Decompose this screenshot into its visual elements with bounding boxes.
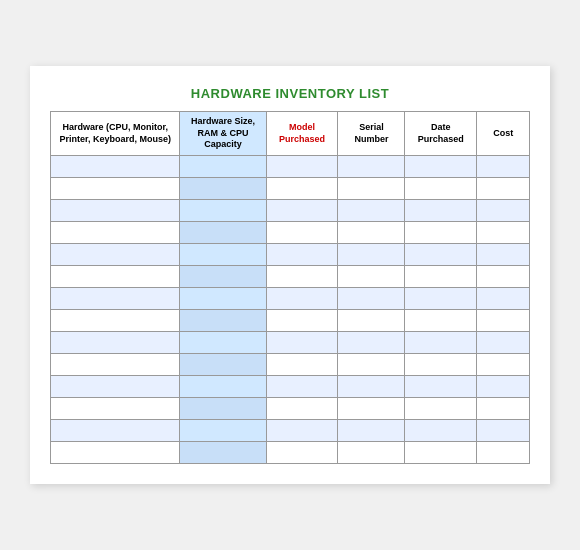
table-cell[interactable] [338,420,405,442]
table-cell[interactable] [338,442,405,464]
table-cell[interactable] [338,244,405,266]
table-body [51,156,530,464]
table-cell[interactable] [266,442,338,464]
table-cell[interactable] [51,310,180,332]
inventory-page: HARDWARE INVENTORY LIST Hardware (CPU, M… [30,66,550,484]
table-cell[interactable] [477,442,530,464]
table-cell[interactable] [338,376,405,398]
table-cell[interactable] [477,420,530,442]
header-hardware: Hardware (CPU, Monitor,Printer, Keyboard… [51,111,180,155]
header-size: Hardware Size,RAM & CPUCapacity [180,111,266,155]
table-cell[interactable] [180,200,266,222]
table-cell[interactable] [477,222,530,244]
table-cell[interactable] [51,200,180,222]
table-cell[interactable] [180,442,266,464]
table-row [51,244,530,266]
table-row [51,156,530,178]
table-cell[interactable] [405,266,477,288]
table-cell[interactable] [266,354,338,376]
table-cell[interactable] [338,266,405,288]
table-cell[interactable] [338,222,405,244]
page-title: HARDWARE INVENTORY LIST [50,86,530,101]
table-row [51,442,530,464]
table-cell[interactable] [477,288,530,310]
table-cell[interactable] [266,332,338,354]
table-cell[interactable] [266,288,338,310]
table-cell[interactable] [477,332,530,354]
table-cell[interactable] [51,244,180,266]
table-cell[interactable] [51,288,180,310]
table-cell[interactable] [266,178,338,200]
table-cell[interactable] [477,310,530,332]
table-row [51,420,530,442]
table-cell[interactable] [180,156,266,178]
table-cell[interactable] [180,288,266,310]
table-cell[interactable] [477,266,530,288]
table-cell[interactable] [180,398,266,420]
table-cell[interactable] [266,222,338,244]
table-cell[interactable] [477,398,530,420]
table-cell[interactable] [51,376,180,398]
table-cell[interactable] [405,178,477,200]
table-cell[interactable] [180,376,266,398]
table-cell[interactable] [180,420,266,442]
table-cell[interactable] [338,310,405,332]
table-cell[interactable] [180,266,266,288]
table-cell[interactable] [338,178,405,200]
table-cell[interactable] [266,376,338,398]
table-cell[interactable] [405,442,477,464]
table-cell[interactable] [405,398,477,420]
table-cell[interactable] [51,398,180,420]
table-cell[interactable] [338,398,405,420]
table-cell[interactable] [338,288,405,310]
table-cell[interactable] [180,178,266,200]
table-cell[interactable] [51,266,180,288]
table-cell[interactable] [338,354,405,376]
table-cell[interactable] [338,156,405,178]
table-row [51,178,530,200]
table-cell[interactable] [405,222,477,244]
table-cell[interactable] [180,354,266,376]
table-cell[interactable] [338,332,405,354]
table-row [51,200,530,222]
table-cell[interactable] [51,420,180,442]
table-cell[interactable] [477,354,530,376]
table-cell[interactable] [180,244,266,266]
table-cell[interactable] [51,222,180,244]
header-serial: SerialNumber [338,111,405,155]
table-cell[interactable] [477,178,530,200]
table-row [51,222,530,244]
table-cell[interactable] [51,354,180,376]
table-cell[interactable] [51,178,180,200]
table-cell[interactable] [266,156,338,178]
table-cell[interactable] [477,156,530,178]
table-cell[interactable] [51,332,180,354]
table-cell[interactable] [266,266,338,288]
table-cell[interactable] [405,288,477,310]
table-cell[interactable] [266,310,338,332]
table-cell[interactable] [266,200,338,222]
table-cell[interactable] [405,244,477,266]
table-cell[interactable] [180,332,266,354]
table-cell[interactable] [180,310,266,332]
table-header-row: Hardware (CPU, Monitor,Printer, Keyboard… [51,111,530,155]
table-cell[interactable] [266,244,338,266]
table-cell[interactable] [405,420,477,442]
table-cell[interactable] [477,376,530,398]
table-cell[interactable] [477,244,530,266]
table-cell[interactable] [405,354,477,376]
table-cell[interactable] [405,310,477,332]
table-cell[interactable] [266,398,338,420]
table-cell[interactable] [405,200,477,222]
table-cell[interactable] [405,332,477,354]
table-cell[interactable] [180,222,266,244]
table-row [51,288,530,310]
table-cell[interactable] [266,420,338,442]
table-cell[interactable] [405,376,477,398]
header-date: DatePurchased [405,111,477,155]
table-cell[interactable] [405,156,477,178]
table-cell[interactable] [51,442,180,464]
table-cell[interactable] [338,200,405,222]
table-cell[interactable] [51,156,180,178]
table-cell[interactable] [477,200,530,222]
